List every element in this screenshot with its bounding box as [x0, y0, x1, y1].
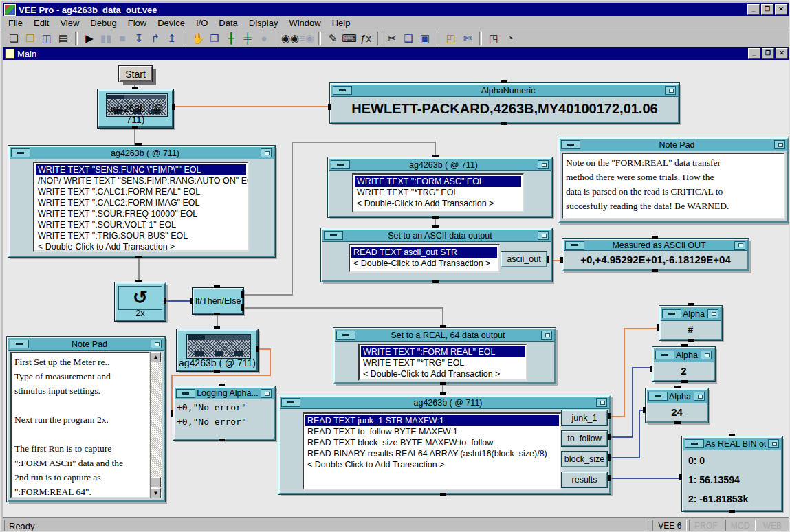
- node-titlebar[interactable]: ag4263b ( @ 711): [329, 159, 551, 171]
- list-row[interactable]: WRITE TEXT "*TRG" EOL: [361, 357, 525, 368]
- minimize-icon[interactable]: [281, 398, 300, 407]
- list-row[interactable]: WRITE TEXT ":CALC2:FORM IMAG" EOL: [36, 197, 246, 208]
- minimize-icon[interactable]: [336, 331, 355, 340]
- stopwatch-icon[interactable]: ◔: [502, 31, 518, 46]
- minimize-icon[interactable]: [685, 439, 704, 448]
- menu-display[interactable]: Display: [243, 17, 284, 29]
- node-titlebar[interactable]: Alpha...: [661, 307, 721, 321]
- minimize-icon[interactable]: [561, 140, 580, 149]
- pause-icon[interactable]: ▮▮: [98, 31, 114, 46]
- menu-flow[interactable]: Flow: [122, 17, 152, 29]
- minimize-button[interactable]: _: [747, 4, 760, 15]
- stop-icon[interactable]: ■: [114, 31, 131, 46]
- node-titlebar[interactable]: AlphaNumeric: [331, 85, 678, 97]
- save-icon[interactable]: ◫: [39, 31, 55, 46]
- instrument-manager-icon[interactable]: ⌨: [341, 31, 358, 46]
- resize-corner-icon[interactable]: [694, 392, 705, 401]
- output-terminal-ascii-out[interactable]: ascii_out: [501, 252, 547, 267]
- list-row[interactable]: READ TEXT junk_1 STR MAXFW:1: [305, 415, 559, 426]
- measured-ascii-node[interactable]: Measured as ASCii OUT +0,+4.95292E+01,-6…: [562, 239, 749, 271]
- real-bin-out-node[interactable]: As REAL BIN out 0: 01: 56.135942: -61.81…: [682, 436, 782, 511]
- resize-corner-icon[interactable]: [596, 398, 607, 407]
- minimize-icon[interactable]: [176, 389, 195, 398]
- minimize-icon[interactable]: [648, 392, 668, 401]
- list-row[interactable]: READ BINARY results REAL64 ARRAY:(asInt1…: [305, 448, 559, 459]
- direct-io-node-setup[interactable]: ag4263b ( @ 711) WRITE TEXT "SENS:FUNC \…: [8, 146, 275, 257]
- list-row[interactable]: /NOP/ WRITE TEXT "SENS:FIMP:RANG:AUTO ON…: [36, 175, 246, 186]
- minimize-icon[interactable]: [333, 86, 352, 95]
- node-titlebar[interactable]: Logging Alpha...: [175, 388, 274, 399]
- minimize-icon[interactable]: [11, 148, 30, 157]
- run-icon[interactable]: ▶: [81, 31, 98, 46]
- list-row[interactable]: < Double-Click to Add Transaction >: [351, 258, 497, 269]
- main-window-titlebar[interactable]: Main _ ❐ ✕: [3, 47, 790, 60]
- scroll-down-icon[interactable]: ▼: [151, 488, 161, 498]
- list-row[interactable]: WRITE TEXT ":SOUR:VOLT 1" EOL: [36, 219, 246, 230]
- note-text[interactable]: Note on the "FORM:REAL" data transfermet…: [562, 153, 785, 219]
- menu-window[interactable]: Window: [283, 17, 326, 29]
- list-row[interactable]: WRITE TEXT ":FORM REAL" EOL: [361, 346, 525, 357]
- resize-corner-icon[interactable]: [538, 160, 549, 169]
- list-row[interactable]: READ TEXT block_size BYTE MAXFW:to_follo…: [305, 437, 559, 448]
- list-row[interactable]: < Double-Click to Add Transaction >: [355, 198, 521, 209]
- minimize-icon[interactable]: [662, 309, 681, 318]
- list-row[interactable]: READ TEXT to_follow BYTE MAXFW:1: [305, 426, 559, 437]
- output-terminal-results[interactable]: results: [562, 472, 607, 487]
- output-terminal-block_size[interactable]: block_size: [562, 452, 607, 467]
- device-node-ag4263b-1[interactable]: ag4263b ( @ 711): [98, 89, 173, 128]
- minimize-icon[interactable]: [10, 340, 29, 348]
- copy-icon[interactable]: ❑: [400, 31, 417, 46]
- properties-icon[interactable]: ✎: [325, 31, 341, 46]
- open-folder-icon[interactable]: ❐: [22, 31, 39, 46]
- resize-corner-icon[interactable]: [151, 340, 162, 348]
- note-scrollbar[interactable]: ▲ ▼: [150, 352, 162, 498]
- direct-io-node-form-asc[interactable]: ag4263b ( @ 711) WRITE TEXT ":FORM ASC" …: [328, 157, 552, 217]
- resize-corner-icon[interactable]: [541, 331, 552, 340]
- panel-view-icon[interactable]: ◳: [485, 31, 502, 46]
- paste-icon[interactable]: ▣: [417, 31, 433, 46]
- resize-corner-icon[interactable]: [707, 309, 718, 318]
- transaction-list[interactable]: WRITE TEXT "SENS:FUNC \"FIMP\"" EOL/NOP/…: [33, 162, 249, 252]
- menu-file[interactable]: File: [3, 17, 28, 29]
- if-then-else-node[interactable]: If/Then/Else: [193, 288, 243, 314]
- prune-wires-icon[interactable]: ✄: [459, 31, 476, 46]
- resize-corner-icon[interactable]: [261, 389, 272, 398]
- list-row[interactable]: WRITE TEXT ":FORM ASC" EOL: [355, 176, 521, 187]
- minimize-icon[interactable]: [331, 160, 350, 169]
- transaction-list[interactable]: WRITE TEXT ":FORM ASC" EOLWRITE TEXT "*T…: [352, 173, 524, 212]
- note-text[interactable]: First Set up the Meter re..Type of measu…: [10, 352, 150, 498]
- start-button[interactable]: Start: [119, 66, 152, 82]
- align-objects-icon[interactable]: ╂: [223, 31, 239, 46]
- direct-io-node-binary-read[interactable]: ag4263b ( @ 711) READ TEXT junk_1 STR MA…: [278, 395, 611, 494]
- minimize-icon[interactable]: [655, 351, 674, 359]
- resize-corner-icon[interactable]: [665, 86, 676, 95]
- pan-hand-icon[interactable]: ✋: [190, 31, 206, 46]
- list-row[interactable]: < Double-Click to Add Transaction >: [36, 241, 246, 252]
- transaction-list[interactable]: WRITE TEXT ":FORM REAL" EOLWRITE TEXT "*…: [358, 344, 527, 381]
- logging-alphanumeric-node[interactable]: Logging Alpha... +0,"No error"+0,"No err…: [173, 386, 275, 440]
- list-row[interactable]: READ TEXT ascii_out STR: [351, 247, 497, 258]
- menu-device[interactable]: Device: [152, 17, 190, 29]
- close-button[interactable]: ✕: [775, 4, 787, 15]
- resize-corner-icon[interactable]: [261, 148, 272, 157]
- list-row[interactable]: WRITE TEXT "*TRG" EOL: [355, 187, 521, 198]
- alphanumeric-node-tofollow[interactable]: Alpha... 2: [652, 347, 715, 381]
- main-minimize-button[interactable]: _: [748, 48, 760, 59]
- resize-corner-icon[interactable]: [768, 439, 779, 448]
- node-titlebar[interactable]: Note Pad: [560, 139, 787, 151]
- note-pad-left[interactable]: Note Pad First Set up the Meter re..Type…: [7, 337, 165, 502]
- repeat-loop-node[interactable]: ↺ 2x: [115, 282, 166, 321]
- main-restore-button[interactable]: ❐: [762, 48, 774, 59]
- scroll-up-icon[interactable]: ▲: [151, 352, 161, 362]
- resize-corner-icon[interactable]: [538, 231, 549, 240]
- note-pad-top[interactable]: Note Pad Note on the "FORM:REAL" data tr…: [558, 137, 789, 223]
- menu-view[interactable]: View: [54, 17, 85, 29]
- alphanumeric-node[interactable]: AlphaNumeric HEWLETT-PACKARD,4263B,MY401…: [330, 83, 679, 123]
- output-terminal-junk_1[interactable]: junk_1: [562, 410, 607, 425]
- transaction-list[interactable]: READ TEXT junk_1 STR MAXFW:1READ TEXT to…: [303, 412, 562, 490]
- resize-corner-icon[interactable]: [701, 351, 712, 359]
- restore-button[interactable]: ❐: [761, 4, 773, 15]
- list-row[interactable]: < Double-Click to Add Transaction >: [305, 459, 559, 470]
- node-titlebar[interactable]: Set to an ASCII data output: [322, 230, 551, 242]
- list-row[interactable]: WRITE TEXT ":TRIG:SOUR BUS" EOL: [36, 230, 246, 241]
